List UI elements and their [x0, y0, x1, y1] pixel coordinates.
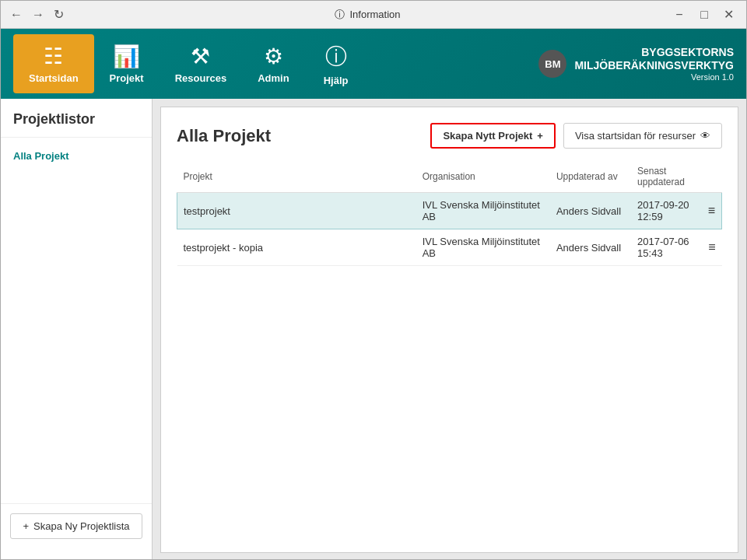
hjalp-icon: ⓘ [325, 42, 347, 72]
nav-item-hjalp[interactable]: ⓘ Hjälp [305, 33, 367, 96]
view-resources-button[interactable]: Visa startsidan för resurser 👁 [563, 123, 722, 149]
plus-icon: + [537, 130, 543, 142]
content-area: Alla Projekt Skapa Nytt Projekt + Visa s… [160, 107, 738, 553]
cell-projekt: testprojekt [177, 193, 416, 229]
resources-icon: ⚒ [191, 44, 210, 69]
plus-icon: + [23, 520, 29, 532]
content-actions: Skapa Nytt Projekt + Visa startsidan för… [430, 123, 722, 149]
col-header-menu [702, 161, 722, 193]
table-header: Projekt Organisation Uppdaterad av Senas… [177, 161, 722, 193]
nav-bar: ☷ Startsidan 📊 Projekt ⚒ Resources ⚙ Adm… [1, 29, 746, 99]
maximize-button[interactable]: □ [693, 4, 715, 26]
startsidan-icon: ☷ [44, 44, 63, 69]
nav-label-projekt: Projekt [110, 72, 144, 84]
col-header-organisation: Organisation [416, 161, 550, 193]
refresh-button[interactable]: ↻ [51, 5, 67, 23]
resources-label: Visa startsidan för resurser [575, 130, 696, 142]
content-header: Alla Projekt Skapa Nytt Projekt + Visa s… [177, 123, 722, 149]
minimize-button[interactable]: − [668, 4, 690, 26]
create-project-label: Skapa Nytt Projekt [443, 130, 532, 142]
nav-label-resources: Resources [175, 72, 226, 84]
col-header-updated-by: Uppdaterad av [550, 161, 631, 193]
nav-brand: BM BYGGSEKTORNSMILJÖBERÄKNINGSVERKTYG Ve… [538, 46, 734, 82]
projekt-icon: 📊 [113, 44, 140, 69]
page-title: Alla Projekt [177, 126, 271, 146]
brand-version: Version 1.0 [574, 72, 734, 82]
admin-icon: ⚙ [264, 44, 283, 69]
title-bar: ← → ↻ ⓘ Information − □ ✕ [1, 1, 746, 29]
cell-updated-by: Anders Sidvall [550, 193, 631, 229]
sidebar-title: Projektlistor [1, 111, 152, 138]
main-container: Projektlistor Alla Projekt + Skapa Ny Pr… [1, 99, 746, 560]
cell-last-updated: 2017-09-20 12:59 [631, 193, 702, 229]
title-bar-center: ⓘ Information [335, 8, 400, 22]
table-header-row: Projekt Organisation Uppdaterad av Senas… [177, 161, 722, 193]
cell-projekt: testprojekt - kopia [177, 229, 416, 266]
nav-item-projekt[interactable]: 📊 Projekt [94, 34, 160, 93]
navigation-controls: ← → ↻ [7, 5, 67, 23]
nav-item-startsidan[interactable]: ☷ Startsidan [13, 34, 94, 93]
brand-text: BYGGSEKTORNSMILJÖBERÄKNINGSVERKTYG Versi… [574, 46, 734, 82]
cell-organisation: IVL Svenska Miljöinstitutet AB [416, 229, 550, 266]
create-project-list-button[interactable]: + Skapa Ny Projektlista [10, 513, 142, 539]
nav-items: ☷ Startsidan 📊 Projekt ⚒ Resources ⚙ Adm… [13, 33, 367, 96]
cell-last-updated: 2017-07-06 15:43 [631, 229, 702, 266]
title-bar-left: ← → ↻ [7, 5, 67, 23]
sidebar-footer: + Skapa Ny Projektlista [1, 503, 152, 548]
row-menu-button[interactable]: ≡ [702, 229, 722, 266]
back-button[interactable]: ← [7, 6, 26, 23]
avatar-initials: BM [545, 58, 560, 70]
nav-label-startsidan: Startsidan [29, 72, 79, 84]
info-label: Information [349, 9, 400, 20]
nav-item-admin[interactable]: ⚙ Admin [242, 34, 304, 93]
info-icon: ⓘ [335, 8, 345, 22]
nav-label-hjalp: Hjälp [324, 75, 349, 86]
brand-name: BYGGSEKTORNSMILJÖBERÄKNINGSVERKTYG [574, 46, 734, 72]
nav-item-resources[interactable]: ⚒ Resources [160, 34, 242, 93]
sidebar: Projektlistor Alla Projekt + Skapa Ny Pr… [1, 99, 153, 560]
title-bar-right: − □ ✕ [668, 4, 740, 26]
close-button[interactable]: ✕ [718, 4, 740, 26]
sidebar-item-alla-projekt[interactable]: Alla Projekt [1, 144, 152, 168]
row-menu-button[interactable]: ≡ [702, 193, 722, 229]
cell-organisation: IVL Svenska Miljöinstitutet AB [416, 193, 550, 229]
col-header-last-updated: Senast uppdaterad [631, 161, 702, 193]
cell-updated-by: Anders Sidvall [550, 229, 631, 266]
table-body: testprojekt IVL Svenska Miljöinstitutet … [177, 193, 722, 266]
eye-icon: 👁 [700, 130, 710, 142]
user-avatar: BM [538, 50, 566, 78]
forward-button[interactable]: → [29, 6, 47, 23]
window-controls: − □ ✕ [668, 4, 740, 26]
table-row[interactable]: testprojekt IVL Svenska Miljöinstitutet … [177, 193, 722, 229]
project-table: Projekt Organisation Uppdaterad av Senas… [177, 161, 722, 266]
col-header-projekt: Projekt [177, 161, 416, 193]
nav-label-admin: Admin [258, 72, 289, 84]
table-row[interactable]: testprojekt - kopia IVL Svenska Miljöins… [177, 229, 722, 266]
create-project-button[interactable]: Skapa Nytt Projekt + [430, 123, 555, 149]
